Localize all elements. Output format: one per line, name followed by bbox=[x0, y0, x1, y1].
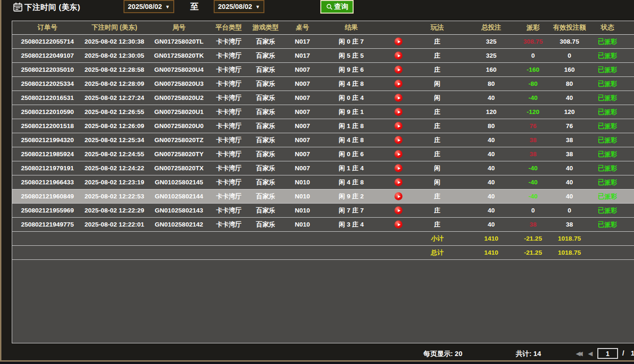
order-no-cell: 250802121979191 bbox=[12, 165, 83, 172]
payout-cell: 0 bbox=[522, 52, 544, 59]
round-no-cell: GN01025802143 bbox=[146, 207, 212, 214]
table-no-cell: N007 bbox=[286, 122, 319, 129]
replay-play-icon[interactable] bbox=[394, 94, 402, 102]
header-game-type: 游戏类型 bbox=[246, 23, 286, 32]
table-no-cell: N007 bbox=[286, 151, 319, 158]
play-type-cell: 闲 bbox=[414, 178, 461, 187]
date-from-select[interactable]: 2025/08/02 ▼ bbox=[124, 0, 174, 13]
payout-cell: -40 bbox=[522, 94, 544, 101]
table-no-cell: N007 bbox=[286, 94, 319, 101]
table-row[interactable]: 250802121960849 2025-08-02 12:22:53 GN01… bbox=[12, 190, 634, 204]
replay-play-icon[interactable] bbox=[394, 38, 402, 46]
valid-bet-cell: 40 bbox=[544, 165, 595, 172]
replay-play-icon[interactable] bbox=[394, 192, 402, 200]
platform-cell: 卡卡湾厅 bbox=[212, 136, 246, 144]
replay-cell bbox=[383, 164, 414, 172]
table-row[interactable]: 250802121949775 2025-08-02 12:22:01 GN01… bbox=[12, 218, 634, 232]
play-type-cell: 庄 bbox=[414, 192, 461, 201]
platform-cell: 卡卡湾厅 bbox=[212, 66, 246, 74]
valid-bet-cell: 120 bbox=[544, 108, 595, 115]
replay-play-icon[interactable] bbox=[394, 80, 402, 88]
result-cell: 闲 4 庄 8 bbox=[319, 178, 383, 187]
round-no-cell: GN017258020TL bbox=[146, 38, 212, 45]
total-bet-cell: 40 bbox=[461, 94, 522, 101]
order-no-cell: 250802121949775 bbox=[12, 221, 83, 228]
prev-page-icon[interactable]: ◀ bbox=[588, 350, 593, 357]
replay-play-icon[interactable] bbox=[394, 52, 402, 60]
table-row[interactable]: 250802122001518 2025-08-02 12:26:09 GN00… bbox=[12, 119, 634, 133]
table-no-cell: N007 bbox=[286, 66, 319, 73]
calendar-icon bbox=[13, 2, 23, 12]
status-cell: 已派彩 bbox=[595, 108, 620, 116]
table-row[interactable]: 250802121994320 2025-08-02 12:25:34 GN00… bbox=[12, 133, 634, 147]
play-type-cell: 庄 bbox=[414, 206, 461, 215]
bet-time-cell: 2025-08-02 12:24:22 bbox=[83, 165, 146, 172]
table-row[interactable]: 250802121979191 2025-08-02 12:24:22 GN00… bbox=[12, 161, 634, 175]
query-button[interactable]: 查询 bbox=[320, 0, 354, 14]
bet-time-cell: 2025-08-02 12:23:19 bbox=[83, 179, 146, 186]
round-no-cell: GN007258020U2 bbox=[146, 94, 212, 101]
replay-play-icon[interactable] bbox=[394, 122, 402, 130]
payout-cell: 308.75 bbox=[522, 38, 544, 45]
table-row[interactable]: 250802121966433 2025-08-02 12:23:19 GN01… bbox=[12, 175, 634, 190]
replay-play-icon[interactable] bbox=[394, 108, 402, 116]
table-row[interactable]: 250802122055714 2025-08-02 12:30:38 GN01… bbox=[12, 35, 634, 49]
round-no-cell: GN007258020TX bbox=[146, 165, 212, 172]
total-label: 总计 bbox=[414, 249, 461, 257]
table-row[interactable]: 250802122010590 2025-08-02 12:26:55 GN00… bbox=[12, 105, 634, 119]
result-cell: 闲 9 庄 2 bbox=[319, 192, 383, 201]
total-bet-cell: 120 bbox=[461, 108, 522, 115]
table-row[interactable]: 250802121955969 2025-08-02 12:22:29 GN01… bbox=[12, 204, 634, 218]
status-cell: 已派彩 bbox=[595, 80, 620, 88]
platform-cell: 卡卡湾厅 bbox=[212, 122, 246, 130]
play-type-cell: 庄 bbox=[414, 122, 461, 130]
total-bet-cell: 40 bbox=[461, 221, 522, 228]
platform-cell: 卡卡湾厅 bbox=[212, 220, 246, 229]
bet-time-cell: 2025-08-02 12:25:34 bbox=[83, 136, 146, 144]
game-type-cell: 百家乐 bbox=[246, 220, 286, 229]
result-cell: 闲 0 庄 7 bbox=[319, 38, 383, 46]
round-no-cell: GN01025802144 bbox=[146, 193, 212, 200]
subtotal-row: 小计 1410 -21.25 1018.75 bbox=[12, 232, 634, 246]
status-cell: 已派彩 bbox=[595, 178, 620, 187]
page-number-input[interactable] bbox=[597, 348, 618, 359]
replay-cell bbox=[383, 80, 414, 88]
table-header-row: 订单号 下注时间 (美东) 局号 平台类型 游戏类型 桌号 结果 玩法 总投注 … bbox=[12, 21, 634, 35]
table-row[interactable]: 250802122049107 2025-08-02 12:30:05 GN01… bbox=[12, 49, 634, 63]
total-bet-cell: 325 bbox=[461, 38, 522, 45]
replay-play-icon[interactable] bbox=[394, 178, 402, 186]
replay-cell bbox=[383, 178, 414, 186]
first-page-icon[interactable]: ◀◀ bbox=[576, 350, 580, 357]
status-cell: 已派彩 bbox=[595, 66, 620, 74]
replay-cell bbox=[383, 108, 414, 116]
round-no-cell: GN01025802145 bbox=[146, 179, 212, 186]
result-cell: 闲 1 庄 8 bbox=[319, 122, 383, 130]
date-to-select[interactable]: 2025/08/02 ▼ bbox=[214, 0, 264, 13]
table-row[interactable]: 250802122016531 2025-08-02 12:27:24 GN00… bbox=[12, 91, 634, 105]
payout-cell: -40 bbox=[522, 193, 544, 200]
table-row[interactable]: 250802121985924 2025-08-02 12:24:55 GN00… bbox=[12, 147, 634, 161]
total-bet-cell: 80 bbox=[461, 122, 522, 129]
total-bet-cell: 80 bbox=[461, 80, 522, 87]
replay-play-icon[interactable] bbox=[394, 136, 402, 144]
replay-play-icon[interactable] bbox=[394, 150, 402, 158]
bet-time-cell: 2025-08-02 12:26:55 bbox=[83, 108, 146, 115]
platform-cell: 卡卡湾厅 bbox=[212, 108, 246, 116]
play-type-cell: 庄 bbox=[414, 66, 461, 74]
payout-cell: 76 bbox=[522, 122, 544, 129]
total-bet-cell: 40 bbox=[461, 179, 522, 186]
replay-cell bbox=[383, 94, 414, 102]
round-no-cell: GN007258020U4 bbox=[146, 66, 212, 73]
valid-bet-cell: 76 bbox=[544, 122, 595, 129]
replay-play-icon[interactable] bbox=[394, 206, 402, 214]
platform-cell: 卡卡湾厅 bbox=[212, 38, 246, 46]
header-result: 结果 bbox=[319, 23, 383, 32]
replay-play-icon[interactable] bbox=[394, 220, 402, 228]
replay-play-icon[interactable] bbox=[394, 164, 402, 172]
replay-cell bbox=[383, 206, 414, 214]
result-cell: 闲 4 庄 8 bbox=[319, 136, 383, 144]
payout-cell: 38 bbox=[522, 151, 544, 158]
replay-play-icon[interactable] bbox=[394, 66, 402, 74]
table-row[interactable]: 250802122025334 2025-08-02 12:28:09 GN00… bbox=[12, 77, 634, 91]
table-row[interactable]: 250802122035010 2025-08-02 12:28:58 GN00… bbox=[12, 63, 634, 77]
